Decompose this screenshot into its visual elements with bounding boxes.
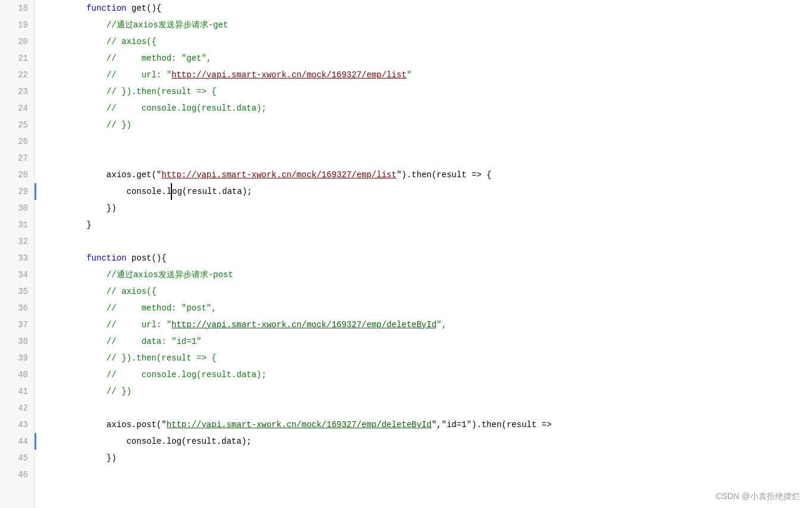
code-token: // method: "post", [107,300,217,316]
code-token: http://yapi.smart-xwork.cn/mock/169327/e… [171,316,436,333]
line-number: 31 [0,217,34,233]
code-line: // console.log(result.data); [35,366,812,383]
code-token: ").then(result => { [396,167,492,183]
code-token: //通过axios发送异步请求-post [107,266,233,283]
code-token [46,167,107,183]
code-line: axios.get("http://yapi.smart-xwork.cn/mo… [35,167,812,183]
code-token: // console.log(result.data); [107,100,267,117]
line-number: 38 [0,333,34,350]
code-token: //通过axios发送异步请求-get [107,17,228,33]
code-token [46,100,107,117]
line-number: 21 [0,50,34,67]
code-line: // }).then(result => { [35,83,812,100]
code-token: }) [46,450,117,466]
code-token [46,17,107,33]
line-number: 42 [0,400,34,416]
code-token: ", [436,316,446,333]
code-token: console.log(result.data); [46,433,251,450]
line-number: 46 [0,466,34,483]
code-line: // console.log(result.data); [35,100,812,117]
line-number: 43 [0,416,34,433]
line-number: 29 [0,183,34,200]
line-number: 19 [0,17,34,33]
line-number: 36 [0,300,34,316]
code-token: }) [46,200,117,217]
code-editor: 1819202122232425262728293031323334353637… [0,0,812,508]
watermark: CSDN @小袁拒绝摆烂 [716,491,800,502]
code-line: function post(){ [35,250,812,266]
line-number: 40 [0,366,34,383]
code-token [46,83,107,100]
line-number: 25 [0,117,34,133]
line-number: 30 [0,200,34,217]
code-token [46,383,107,400]
code-line: }) [35,200,812,217]
code-token: // data: "id=1" [107,333,202,350]
code-token [46,316,107,333]
code-token: get(){ [126,0,161,17]
code-token: axios.post(" [107,416,167,433]
line-number: 34 [0,266,34,283]
line-number: 23 [0,83,34,100]
code-token: og(result.data); [172,183,252,200]
code-token: console.l [46,183,171,200]
code-line: // url: "http://yapi.smart-xwork.cn/mock… [35,316,812,333]
code-token: function [86,250,126,266]
line-number: 22 [0,67,34,83]
code-token: // }).then(result => { [107,83,217,100]
code-line: //通过axios发送异步请求-get [35,17,812,33]
code-token: post(){ [126,250,166,266]
code-line: // method: "get", [35,50,812,67]
code-token: http://yapi.smart-xwork.cn/mock/169327/e… [171,67,407,83]
code-token: " [407,67,411,83]
code-token: // }).then(result => { [107,350,217,366]
line-number: 39 [0,350,34,366]
code-token: // method: "get", [107,50,211,67]
code-token [46,67,107,83]
code-token [46,366,107,383]
code-line: // }) [35,117,812,133]
code-line: }) [35,450,812,466]
code-token [46,350,107,366]
code-line: console.log(result.data); [35,183,812,200]
code-line: } [35,217,812,233]
code-line [35,466,812,483]
line-number: 37 [0,316,34,333]
line-number: 24 [0,100,34,117]
code-token: // url: " [107,67,171,83]
code-line [35,233,812,250]
code-token: // console.log(result.data); [107,366,267,383]
code-token [46,416,107,433]
line-number: 28 [0,167,34,183]
line-number: 45 [0,450,34,466]
code-line: // axios({ [35,283,812,300]
line-number: 26 [0,133,34,150]
line-number: 20 [0,33,34,50]
code-token [46,117,107,133]
code-token: } [46,217,92,233]
code-token [46,250,86,266]
code-token: // axios({ [107,33,157,50]
code-token [46,300,107,316]
code-token [46,50,107,67]
code-line [35,133,812,150]
code-line: // data: "id=1" [35,333,812,350]
code-token: // url: " [107,316,171,333]
code-line: console.log(result.data); [35,433,812,450]
line-number: 32 [0,233,34,250]
line-number: 41 [0,383,34,400]
code-token [46,266,107,283]
code-line: // }) [35,383,812,400]
code-line: axios.post("http://yapi.smart-xwork.cn/m… [35,416,812,433]
code-token [46,0,86,17]
line-number: 27 [0,150,34,167]
code-area[interactable]: function get(){ //通过axios发送异步请求-get // a… [35,0,812,508]
code-token: axios.get(" [107,167,161,183]
code-token: function [86,0,126,17]
code-token [46,333,107,350]
code-line: // method: "post", [35,300,812,316]
line-number: 18 [0,0,34,17]
code-token: // }) [107,383,132,400]
line-number: 35 [0,283,34,300]
code-token: http://yapi.smart-xwork.cn/mock/169327/e… [161,167,396,183]
